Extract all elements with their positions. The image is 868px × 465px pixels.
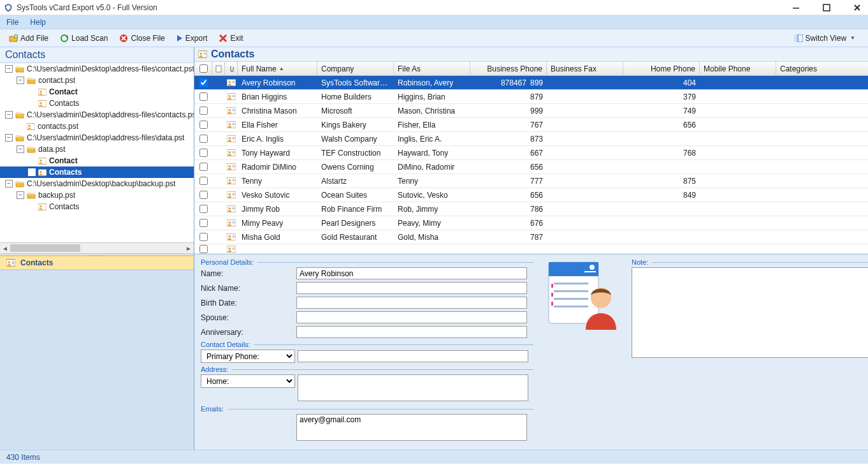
input-primary-phone[interactable] — [298, 350, 528, 362]
svg-point-11 — [40, 102, 41, 104]
table-row[interactable]: Vesko SutovicOcean SuitesSutovic, Vesko8… — [194, 188, 868, 202]
row-checkbox[interactable] — [199, 191, 208, 199]
menu-help[interactable]: Help — [30, 18, 46, 27]
load-scan-button[interactable]: Load Scan — [56, 33, 112, 44]
add-file-button[interactable]: Add File — [5, 33, 52, 44]
switch-view-label: Switch View — [806, 34, 846, 43]
refresh-icon — [60, 34, 69, 43]
scroll-left-arrow-icon[interactable]: ◄ — [0, 243, 10, 253]
splitter-handle[interactable] — [0, 253, 194, 256]
table-row[interactable]: Jimmy RobRob Finance FirmRob, Jimmy98789… — [194, 202, 868, 216]
table-row[interactable]: Tony HaywardTEF ConstructionHayward, Ton… — [194, 146, 868, 160]
row-checkbox[interactable] — [199, 135, 208, 143]
textarea-note[interactable] — [632, 267, 868, 358]
export-label: Export — [185, 34, 208, 43]
exit-button[interactable]: Exit — [215, 33, 247, 44]
table-row[interactable]: Ella FisherKings BakeryFisher, Ella87845… — [194, 118, 868, 132]
close-button[interactable] — [853, 3, 862, 12]
table-row[interactable]: Misha GoldGold RestaurantGold, Misha9878… — [194, 230, 868, 244]
row-checkbox[interactable] — [199, 219, 208, 227]
tree-item[interactable]: −data.pst — [0, 144, 194, 155]
col-business-phone[interactable]: Business Phone — [470, 62, 547, 75]
scroll-thumb[interactable] — [10, 244, 80, 252]
select-address-type[interactable]: Home: — [201, 374, 295, 388]
tree-item[interactable]: −backup.pst — [0, 189, 194, 201]
chevron-down-icon: ▼ — [850, 35, 855, 41]
col-business-fax[interactable]: Business Fax — [547, 62, 623, 75]
col-attachment[interactable] — [225, 62, 238, 75]
input-spouse[interactable] — [296, 311, 527, 323]
load-scan-label: Load Scan — [71, 34, 108, 43]
select-all-checkbox[interactable] — [199, 64, 208, 73]
row-checkbox[interactable] — [199, 245, 208, 253]
row-checkbox[interactable] — [199, 107, 208, 115]
col-file-as[interactable]: File As — [394, 62, 470, 75]
col-checkbox[interactable] — [194, 62, 212, 75]
svg-rect-86 — [554, 283, 588, 284]
svg-rect-1 — [823, 4, 830, 11]
right-panel-title: Contacts — [211, 48, 254, 60]
input-nick[interactable] — [296, 282, 527, 294]
maximize-button[interactable] — [822, 3, 831, 12]
note-title: Note: — [632, 258, 648, 266]
svg-rect-29 — [216, 66, 221, 72]
row-checkbox[interactable] — [199, 121, 208, 129]
tree-item[interactable]: Contact — [0, 155, 194, 166]
table-row[interactable]: Avery RobinsonSysTools Software Pv...Rob… — [194, 76, 868, 90]
svg-point-51 — [229, 151, 231, 154]
row-checkbox[interactable] — [199, 149, 208, 157]
svg-point-84 — [590, 265, 595, 270]
personal-details-title: Personal Details: — [201, 258, 254, 266]
col-home-phone[interactable]: Home Phone — [623, 62, 700, 75]
switch-view-button[interactable]: Switch View ▼ — [790, 33, 859, 44]
tree-item[interactable]: Contacts — [0, 98, 194, 109]
table-row[interactable]: Eric A. InglisWalsh CompanyInglis, Eric … — [194, 132, 868, 146]
col-icon-1[interactable] — [212, 62, 225, 75]
tree-item[interactable]: −contact.pst — [0, 75, 194, 86]
tree-item[interactable]: contacts.pst — [0, 121, 194, 132]
row-checkbox[interactable] — [199, 163, 208, 171]
tree-item[interactable]: −C:\Users\admin\Desktop\address-files\da… — [0, 132, 194, 144]
table-row[interactable]: Christina MasonMicrosoftMason, Christina… — [194, 104, 868, 118]
menu-file[interactable]: File — [6, 18, 18, 27]
col-company[interactable]: Company — [317, 62, 394, 75]
select-primary-phone[interactable]: Primary Phone: — [201, 350, 295, 363]
table-row[interactable]: Brian HigginsHome BuildersHiggins, Brian… — [194, 90, 868, 104]
row-checkbox[interactable] — [199, 78, 208, 87]
sort-caret-icon: ▲ — [279, 66, 284, 71]
table-row[interactable]: Radomir DiMinoOwens CorningDiMino, Radom… — [194, 160, 868, 174]
row-checkbox[interactable] — [199, 233, 208, 241]
tree-item[interactable]: −C:\Users\admin\Desktop\backup\backup.ps… — [0, 178, 194, 189]
input-birth[interactable] — [296, 297, 527, 309]
svg-point-13 — [28, 125, 30, 127]
svg-point-55 — [229, 165, 231, 168]
textarea-address[interactable] — [298, 374, 528, 401]
export-button[interactable]: Export — [173, 33, 212, 44]
tree-item[interactable]: −C:\Users\admin\Desktop\address-files\co… — [0, 63, 194, 75]
tree-item[interactable]: −C:\Users\admin\Desktop\address-files\co… — [0, 109, 194, 121]
input-name[interactable] — [296, 267, 527, 279]
table-row[interactable] — [194, 244, 868, 254]
tree-item[interactable]: Contacts — [0, 201, 194, 212]
tree[interactable]: −C:\Users\admin\Desktop\address-files\co… — [0, 63, 194, 242]
minimize-button[interactable] — [792, 3, 800, 12]
row-checkbox[interactable] — [199, 205, 208, 213]
svg-point-59 — [229, 179, 231, 182]
label-birth: Birth Date: — [201, 299, 296, 307]
input-anniv[interactable] — [296, 326, 527, 338]
table-row[interactable]: Mimy PeavyPearl DesignersPeavy, Mimy9868… — [194, 216, 868, 230]
row-checkbox[interactable] — [199, 92, 208, 101]
svg-point-15 — [40, 159, 41, 161]
row-checkbox[interactable] — [199, 177, 208, 185]
textarea-emails[interactable]: avery@gmail.com — [296, 414, 527, 441]
tree-item[interactable]: Contacts — [0, 166, 194, 178]
col-mobile-phone[interactable]: Mobile Phone — [700, 62, 776, 75]
page-icon — [215, 65, 222, 73]
close-file-button[interactable]: Close File — [115, 33, 168, 44]
tree-item[interactable]: Contact — [0, 86, 194, 98]
contacts-header-icon — [198, 50, 207, 58]
col-categories[interactable]: Categories — [776, 62, 868, 75]
col-full-name[interactable]: Full Name▲ — [238, 62, 317, 75]
table-row[interactable]: TennyAlstartzTenny878546777875 — [194, 174, 868, 188]
scroll-right-arrow-icon[interactable]: ► — [184, 243, 194, 253]
